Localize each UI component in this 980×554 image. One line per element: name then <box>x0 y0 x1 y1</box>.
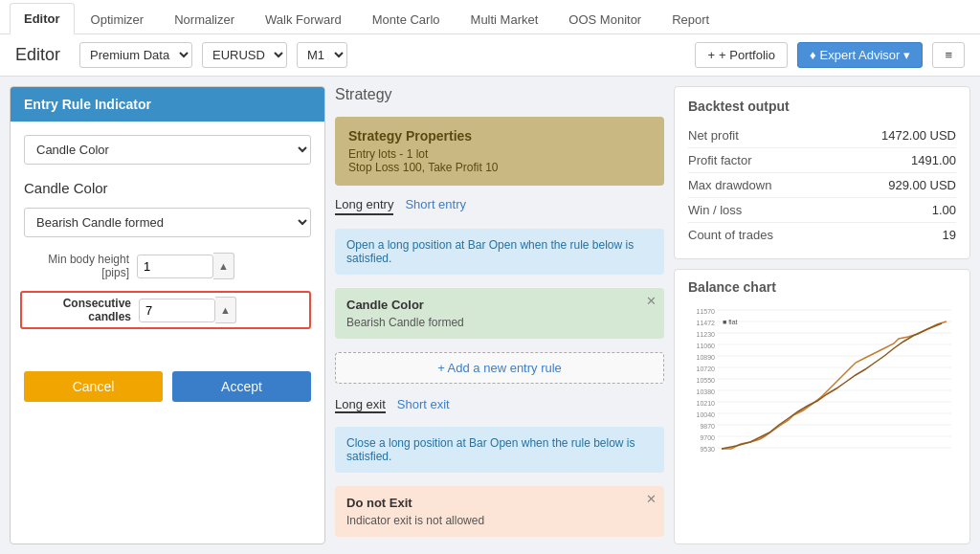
count-trades-value: 19 <box>943 228 956 242</box>
strategy-properties-desc2: Stop Loss 100, Take Profit 10 <box>348 161 651 174</box>
panel-header: Entry Rule Indicator <box>11 87 324 122</box>
data-source-select[interactable]: Premium Data <box>79 42 192 68</box>
right-panel: Backtest output Net profit 1472.00 USD P… <box>674 86 970 544</box>
long-exit-tab[interactable]: Long exit <box>335 397 386 413</box>
candle-color-rule-card: ✕ Candle Color Bearish Candle formed <box>335 288 664 339</box>
cancel-button[interactable]: Cancel <box>24 371 163 402</box>
do-not-exit-card: ✕ Do not Exit Indicator exit is not allo… <box>335 486 664 537</box>
expert-advisor-label: Expert Advisor <box>820 48 901 62</box>
min-body-input-wrapper: ▲ <box>137 253 234 279</box>
net-profit-label: Net profit <box>688 128 739 143</box>
balance-chart-section: Balance chart <box>674 269 970 544</box>
backtest-row-count-trades: Count of trades 19 <box>688 223 956 247</box>
hamburger-icon: ≡ <box>945 48 952 62</box>
svg-text:10550: 10550 <box>697 377 716 384</box>
close-exit-icon[interactable]: ✕ <box>646 492 657 506</box>
backtest-row-profit-factor: Profit factor 1491.00 <box>688 148 956 173</box>
tab-report[interactable]: Report <box>657 4 724 34</box>
tab-walk-forward[interactable]: Walk Forward <box>251 4 356 34</box>
rule-card-title: Candle Color <box>346 298 653 312</box>
win-loss-label: Win / loss <box>688 203 742 217</box>
symbol-select[interactable]: EURUSD <box>202 42 287 68</box>
middle-panel: Strategy Strategy Properties Entry lots … <box>335 86 664 544</box>
tab-normalizer[interactable]: Normalizer <box>160 4 249 34</box>
max-drawdown-value: 929.00 USD <box>888 178 956 192</box>
strategy-title: Strategy <box>335 86 664 103</box>
long-entry-info-box: Open a long position at Bar Open when th… <box>335 229 664 275</box>
svg-text:10720: 10720 <box>697 366 716 372</box>
short-exit-tab[interactable]: Short exit <box>397 397 450 413</box>
timeframe-select[interactable]: M1 <box>297 42 347 68</box>
strategy-properties-desc1: Entry lots - 1 lot <box>348 147 651 161</box>
consecutive-candles-input[interactable] <box>139 299 215 322</box>
portfolio-button[interactable]: + + Portfolio <box>695 42 788 68</box>
max-drawdown-label: Max drawdown <box>688 178 771 192</box>
svg-text:11570: 11570 <box>697 308 716 315</box>
exit-tabs: Long exit Short exit <box>335 397 664 413</box>
svg-text:■ flat: ■ flat <box>723 319 738 325</box>
candle-type-dropdown[interactable]: Bearish Candle formed Bullish Candle for… <box>24 208 311 237</box>
balance-chart-area: 11570 11472 11230 11060 10890 10720 1055… <box>688 300 956 454</box>
exit-card-title: Do not Exit <box>346 496 653 510</box>
panel-footer: Cancel Accept <box>11 362 324 411</box>
top-nav: Editor Optimizer Normalizer Walk Forward… <box>0 0 980 34</box>
expert-advisor-icon: ♦ <box>810 48 816 62</box>
win-loss-value: 1.00 <box>932 203 956 217</box>
min-body-spin-btn[interactable]: ▲ <box>213 253 234 279</box>
backtest-output-title: Backtest output <box>688 99 956 114</box>
entry-tabs: Long entry Short entry <box>335 197 664 215</box>
close-rule-icon[interactable]: ✕ <box>646 294 657 308</box>
consecutive-input-wrapper: ▲ <box>139 297 236 323</box>
tab-editor[interactable]: Editor <box>10 3 75 34</box>
tab-multi-market[interactable]: Multi Market <box>457 4 553 34</box>
menu-button[interactable]: ≡ <box>932 42 965 68</box>
strategy-properties-title: Strategy Properties <box>348 128 651 144</box>
consecutive-candles-label: Consecutive candles <box>26 297 131 323</box>
svg-text:11230: 11230 <box>697 331 716 338</box>
min-body-input[interactable] <box>137 255 213 278</box>
tab-oos-monitor[interactable]: OOS Monitor <box>554 4 656 34</box>
long-exit-info-box: Close a long position at Bar Open when t… <box>335 427 664 473</box>
profit-factor-label: Profit factor <box>688 153 751 167</box>
expert-advisor-button[interactable]: ♦ Expert Advisor ▾ <box>797 42 923 68</box>
main-content: Entry Rule Indicator Candle Color Candle… <box>0 77 980 554</box>
svg-text:10380: 10380 <box>697 388 716 395</box>
svg-text:11060: 11060 <box>697 343 716 349</box>
svg-text:9870: 9870 <box>700 423 715 430</box>
backtest-row-win-loss: Win / loss 1.00 <box>688 198 956 223</box>
exit-card-desc: Indicator exit is not allowed <box>346 514 653 527</box>
portfolio-plus-icon: + <box>707 48 715 62</box>
accept-button[interactable]: Accept <box>172 371 311 402</box>
left-panel: Entry Rule Indicator Candle Color Candle… <box>10 86 325 544</box>
rule-card-desc: Bearish Candle formed <box>346 316 653 329</box>
consecutive-spin-btn[interactable]: ▲ <box>215 297 236 323</box>
header-bar: Editor Premium Data EURUSD M1 + + Portfo… <box>0 34 980 77</box>
net-profit-value: 1472.00 USD <box>881 128 956 143</box>
backtest-row-max-drawdown: Max drawdown 929.00 USD <box>688 173 956 198</box>
chevron-down-icon: ▾ <box>903 48 910 62</box>
svg-text:9700: 9700 <box>700 434 715 441</box>
portfolio-label: + Portfolio <box>719 48 775 62</box>
indicator-dropdown[interactable]: Candle Color <box>24 135 311 165</box>
profit-factor-value: 1491.00 <box>911 153 956 167</box>
entry-rule-indicator-title: Entry Rule Indicator <box>24 97 151 112</box>
backtest-output-section: Backtest output Net profit 1472.00 USD P… <box>674 86 970 259</box>
short-entry-tab[interactable]: Short entry <box>405 197 466 215</box>
consecutive-candles-row: Consecutive candles ▲ <box>20 291 311 329</box>
count-trades-label: Count of trades <box>688 228 773 242</box>
tab-monte-carlo[interactable]: Monte Carlo <box>358 4 455 34</box>
long-entry-tab[interactable]: Long entry <box>335 197 393 215</box>
backtest-row-net-profit: Net profit 1472.00 USD <box>688 123 956 148</box>
svg-text:11472: 11472 <box>697 320 716 326</box>
balance-chart-svg: 11570 11472 11230 11060 10890 10720 1055… <box>688 300 956 454</box>
svg-text:10040: 10040 <box>697 411 716 418</box>
min-body-label: Min body height[pips] <box>24 253 129 279</box>
svg-text:9530: 9530 <box>700 446 715 453</box>
svg-text:10210: 10210 <box>697 400 716 407</box>
panel-body: Candle Color Candle Color Bearish Candle… <box>11 122 324 354</box>
candle-color-section-title: Candle Color <box>24 180 311 196</box>
add-entry-rule-button[interactable]: + Add a new entry rule <box>335 352 664 384</box>
strategy-properties-card[interactable]: Strategy Properties Entry lots - 1 lot S… <box>335 117 664 186</box>
tab-optimizer[interactable]: Optimizer <box>77 4 159 34</box>
min-body-row: Min body height[pips] ▲ <box>24 253 311 279</box>
